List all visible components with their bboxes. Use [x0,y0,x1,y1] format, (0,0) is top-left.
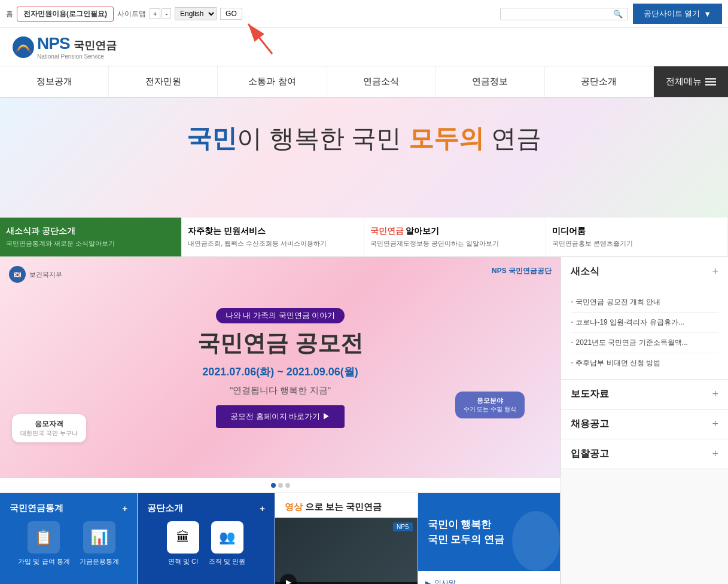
stats-icons: 📋 가입 및 급여 통계 📊 기금운용통계 [10,521,127,566]
promo-quote2: 국민 모두의 연금 [428,534,504,545]
corp-item-2[interactable]: 👥 조직 및 인원 [209,521,245,566]
sidebar-section-news: 새소식 + · 국민연금 공모전 개최 안내 · 코로나-19 입원·격리자 유… [561,257,728,380]
slide-dot-1[interactable] [271,483,276,488]
quick-item-highlight: 국민연금 [370,226,404,236]
corp-item-1[interactable]: 🏛 연혁 및 CI [167,521,199,566]
quick-item-civil-sub: 내연금조회, 웹팩스 수신조회등 서비스이용하기 [188,239,357,248]
quick-menu: 새소식과 공단소개 국민연금통계와 새로운 소식알아보기 자주찾는 민원서비스 … [0,218,728,257]
go-button[interactable]: GO [220,8,242,20]
sidebar-jobs-header[interactable]: 채용공고 + [561,409,728,439]
right-bubble-sub: 수기 또는 수필 형식 [464,405,516,414]
stats-icon-1: 📋 [28,521,60,554]
sidebar-news-item-1[interactable]: · 국민연금 공모전 개최 안내 [571,292,718,313]
nav-item-about[interactable]: 공단소개 [545,66,654,97]
quick-item-media-sub: 국민연금홍보 콘텐츠즐기기 [552,239,721,248]
video-title-part1: 영상 [285,502,303,513]
video-thumbnail[interactable]: NPS ▶ 기금운용 수익금부터 ESG 책 추천... [275,518,418,584]
banner-subtitle: 나와 내 가족의 국민연금 이야기 [216,308,345,323]
banner-cta-button[interactable]: 공모전 홈페이지 바로가기 ▶ [216,405,345,428]
top-bar: 홈 전자민원이용(로그인필요) 사이트맵 + - English 한국어 GO … [0,0,728,28]
sidebar-press-title: 보도자료 [571,388,609,400]
corp-section: 공단소개 + 🏛 연혁 및 CI 👥 조직 및 인원 [138,493,275,584]
hamburger-icon [705,78,716,85]
font-plus-button[interactable]: + [150,8,160,19]
nav-item-community[interactable]: 소통과 참여 [218,66,327,97]
hero-text-part1: 국민 [187,124,237,152]
news-text-3: 2021년도 국민연금 기준소득월액... [575,338,687,348]
open-site-label: 공단사이트 열기 [644,8,700,19]
language-select[interactable]: English 한국어 [175,7,217,20]
corp-label-2: 조직 및 인원 [209,557,245,566]
sidebar-news-header[interactable]: 새소식 + [561,257,728,286]
sidebar-section-bid: 입찰공고 + [561,439,728,469]
all-menu-label: 전체메뉴 [666,76,702,87]
hero-text-part2: 이 행복한 국민 [237,124,409,152]
quick-item-media[interactable]: 미디어룸 국민연금홍보 콘텐츠즐기기 [546,218,728,256]
sidebar-bid-plus-icon[interactable]: + [712,448,718,460]
stats-item-1[interactable]: 📋 가입 및 급여 통계 [18,521,69,566]
nav-item-news[interactable]: 연금소식 [327,66,436,97]
video-title-part2: 으로 보는 국민연금 [305,502,382,513]
logo-nps-text: NPS [37,34,70,53]
slide-dot-2[interactable] [278,483,283,488]
slide-dot-3[interactable] [285,483,290,488]
left-content: 🇰🇷 보건복지부 NPS 국민연금공단 응모자격 대한민국 국민 누구나 응모분… [0,257,561,584]
banner-nps-label: NPS 국민연금공단 [492,267,552,275]
logo-bar: NPS 국민연금 National Pension Service [0,28,728,66]
quick-item-learn[interactable]: 국민연금 알아보기 국민연금제도정보등 공단이하는 일알아보기 [364,218,546,256]
sidebar-news-item-3[interactable]: · 2021년도 국민연금 기준소득월액... [571,333,718,353]
sidebar-section-press: 보도자료 + [561,380,728,409]
corp-icons: 🏛 연혁 및 CI 👥 조직 및 인원 [147,521,265,566]
sidebar-jobs-plus-icon[interactable]: + [712,418,718,430]
gov-emblem: 🇰🇷 [9,266,26,283]
nav-item-info[interactable]: 정보공개 [0,66,109,97]
search-input[interactable] [505,10,613,18]
stats-plus-icon[interactable]: + [122,503,127,513]
sidebar-news-item-4[interactable]: · 추후납부 비대면 신청 방법 [571,353,718,373]
banner-gov-label: 보건복지부 [29,270,62,279]
quick-item-media-title: 미디어룸 [552,226,721,237]
font-minus-button[interactable]: - [162,8,171,19]
sidebar-press-header[interactable]: 보도자료 + [561,380,728,409]
hero-banner: 국민이 행복한 국민 모두의 연금 [0,98,728,218]
stats-label-1: 가입 및 급여 통계 [18,557,69,566]
quick-item-civil-service[interactable]: 자주찾는 민원서비스 내연금조회, 웹팩스 수신조회등 서비스이용하기 [182,218,364,256]
home-link[interactable]: 홈 [6,9,13,19]
stats-section-title: 국민연금통계 + [10,503,127,514]
corp-section-title: 공단소개 + [147,503,265,514]
video-play-button[interactable]: ▶ [280,574,297,584]
sidebar-bid-header[interactable]: 입찰공고 + [561,439,728,469]
login-button[interactable]: 전자민원이용(로그인필요) [17,7,114,22]
nav-item-pension-info[interactable]: 연금정보 [436,66,545,97]
news-text-1: 국민연금 공모전 개최 안내 [575,297,660,307]
stats-item-2[interactable]: 📊 기금운용통계 [80,521,119,566]
stats-icon-2: 📊 [83,521,115,554]
logo[interactable]: NPS 국민연금 National Pension Service [12,34,117,60]
banner-slide: 🇰🇷 보건복지부 NPS 국민연금공단 응모자격 대한민국 국민 누구나 응모분… [0,257,561,478]
open-site-button[interactable]: 공단사이트 열기 ▼ [633,4,723,24]
logo-icon [12,36,35,59]
banner-inner: 나와 내 가족의 국민연금 이야기 국민연금 공모전 2021.07.06(화)… [185,296,375,440]
search-icon[interactable]: 🔍 [613,10,623,19]
open-site-arrow-icon: ▼ [703,10,711,19]
news-dot-2: · [571,317,573,327]
quick-item-news[interactable]: 새소식과 공단소개 국민연금통계와 새로운 소식알아보기 [0,218,182,256]
nav-item-all-menu[interactable]: 전체메뉴 [654,66,728,97]
banner-date: 2021.07.06(화) ~ 2021.09.06(월) [197,365,363,379]
banner-right-bubble: 응모분야 수기 또는 수필 형식 [455,392,525,418]
sitemap-link[interactable]: 사이트맵 [117,9,146,19]
arrow-icon: ▶ [425,579,431,585]
nav-item-civil[interactable]: 전자민원 [109,66,218,97]
sidebar-news-title: 새소식 [571,265,599,278]
sidebar-news-plus-icon[interactable]: + [712,265,718,278]
promo-section: 국민이 행복한 국민 모두의 연금 ▶ 인사말 ▶ 언론 속의 이사장 [418,493,561,584]
quick-item-learn-sub: 국민연금제도정보등 공단이하는 일알아보기 [370,239,540,248]
sidebar-news-item-2[interactable]: · 코로나-19 입원·격리자 유급휴가... [571,313,718,333]
promo-quote1: 국민이 행복한 [428,519,492,530]
quick-item-civil-title: 자주찾는 민원서비스 [188,226,357,237]
sidebar-press-plus-icon[interactable]: + [712,388,718,400]
promo-link-greeting[interactable]: ▶ 인사말 [425,576,553,584]
video-section-title: 영상 으로 보는 국민연금 [275,493,418,518]
corp-plus-icon[interactable]: + [260,503,265,513]
logo-korean-text: 국민연금 [74,38,117,53]
